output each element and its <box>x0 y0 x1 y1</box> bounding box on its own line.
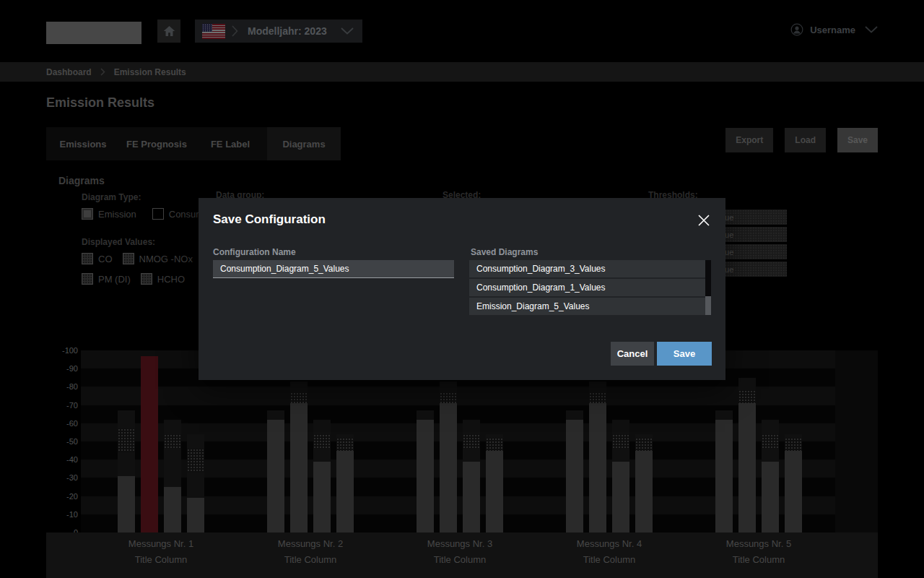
saved-diagrams-list: Consumption_Diagram_3_ValuesConsumption_… <box>469 260 711 315</box>
configuration-name-label: Configuration Name <box>213 247 296 257</box>
close-icon <box>697 214 710 227</box>
save-configuration-dialog: Save Configuration Configuration Name Sa… <box>199 198 725 380</box>
dialog-title: Save Configuration <box>213 212 326 227</box>
save-button[interactable]: Save <box>657 342 712 366</box>
saved-diagram-item-emission-diagram-5-values[interactable]: Emission_Diagram_5_Values <box>469 298 705 315</box>
saved-diagram-item-consumption-diagram-3-values[interactable]: Consumption_Diagram_3_Values <box>469 260 705 277</box>
cancel-button[interactable]: Cancel <box>611 342 654 366</box>
scrollbar-track[interactable] <box>705 260 711 315</box>
saved-diagram-item-consumption-diagram-1-values[interactable]: Consumption_Diagram_1_Values <box>469 279 705 296</box>
saved-diagrams-label: Saved Diagrams <box>471 247 538 257</box>
close-button[interactable] <box>697 213 711 228</box>
configuration-name-input[interactable] <box>213 260 454 278</box>
scrollbar-thumb[interactable] <box>705 260 711 296</box>
app-window: Modelljahr: 2023 Username Dashboard Emis… <box>0 0 924 578</box>
